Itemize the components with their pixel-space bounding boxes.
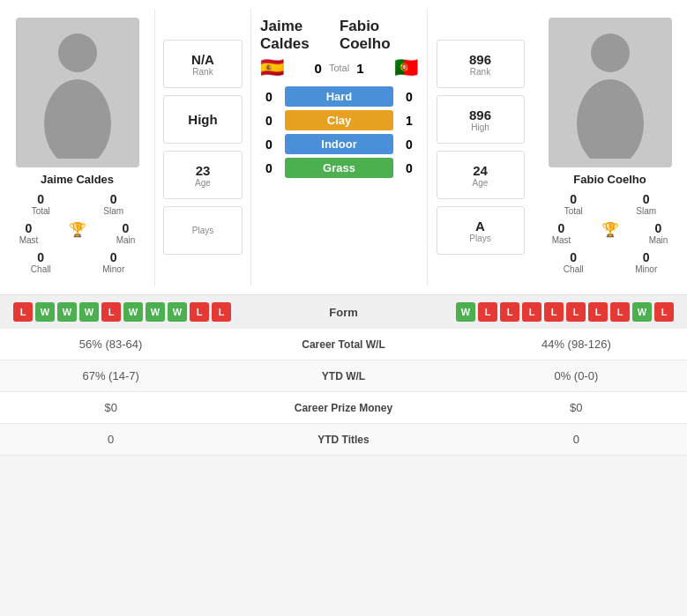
left-form-badges: LWWWLWWWLL — [13, 302, 231, 322]
indoor-left-score: 0 — [260, 137, 278, 152]
right-stat-row-3: 0 Chall 0 Minor — [537, 250, 683, 274]
total-score-area: 0 Total 1 — [315, 61, 364, 76]
right-stat-row-1: 0 Total 0 Slam — [537, 192, 683, 216]
left-stat-row-2: 0 Mast 🏆 0 Main — [4, 221, 150, 245]
left-total-score: 0 — [315, 61, 322, 76]
form-badge-l: L — [654, 302, 674, 322]
hard-button[interactable]: Hard — [285, 86, 393, 107]
left-minor-stat: 0 Minor — [93, 250, 133, 274]
surface-row-grass: 0 Grass 0 — [260, 158, 418, 178]
svg-point-0 — [58, 33, 97, 72]
grass-right-score: 0 — [400, 161, 418, 175]
form-badge-w: W — [168, 302, 187, 322]
right-minor-stat: 0 Minor — [626, 250, 666, 274]
form-badge-l: L — [544, 302, 564, 322]
right-player-name-header: Fabio Coelho — [340, 18, 418, 53]
right-stats: 896 Rank 896 High 24 Age A Plays — [427, 9, 533, 286]
form-badge-w: W — [456, 302, 475, 322]
bottom-left-val: 67% (14-7) — [0, 360, 221, 392]
right-player-stats: 0 Total 0 Slam 0 Mast 🏆 — [537, 189, 683, 277]
form-badge-w: W — [123, 302, 143, 322]
bottom-right-val: 44% (98-126) — [466, 329, 687, 360]
right-form-badges: WLLLLLLLWL — [456, 302, 674, 322]
clay-right-score: 1 — [400, 114, 418, 128]
right-player-card: Fabio Coelho 0 Total 0 Slam 0 Mast — [533, 9, 687, 286]
left-stat-row-3: 0 Chall 0 Minor — [4, 250, 150, 274]
right-player-avatar — [549, 18, 672, 167]
surface-row-clay: 0 Clay 1 — [260, 110, 418, 130]
bottom-stat-row: 0 YTD Titles 0 — [0, 424, 687, 456]
right-high-box: 896 High — [437, 95, 525, 144]
left-age-box: 23 Age — [163, 151, 243, 199]
right-rank-box: 896 Rank — [437, 40, 525, 88]
bottom-center-label: YTD Titles — [221, 424, 465, 456]
right-player-name: Fabio Coelho — [573, 173, 646, 186]
right-slam-stat: 0 Slam — [626, 192, 666, 216]
left-stat-row-1: 0 Total 0 Slam — [4, 192, 150, 216]
left-middle-stats: N/A Rank High 23 Age Plays — [154, 9, 251, 286]
left-trophy-icon: 🏆 — [57, 221, 97, 245]
right-stat-row-2: 0 Mast 🏆 0 Main — [537, 221, 683, 245]
form-badge-w: W — [146, 302, 165, 322]
right-chall-stat: 0 Chall — [554, 250, 594, 274]
hard-left-score: 0 — [260, 90, 278, 104]
bottom-center-label: Career Total W/L — [221, 329, 465, 360]
left-player-name: Jaime Caldes — [41, 173, 114, 186]
match-center: Jaime Caldes Fabio Coelho 🇪🇸 0 Total 1 🇵… — [251, 9, 427, 286]
left-player-card: Jaime Caldes 0 Total 0 Slam 0 Mast — [0, 9, 154, 286]
grass-left-score: 0 — [260, 161, 278, 175]
clay-left-score: 0 — [260, 114, 278, 128]
right-plays-box: A Plays — [437, 206, 525, 255]
top-comparison: Jaime Caldes 0 Total 0 Slam 0 Mast — [0, 0, 687, 294]
bottom-stat-row: 67% (14-7) YTD W/L 0% (0-0) — [0, 360, 687, 392]
bottom-stat-row: 56% (83-64) Career Total W/L 44% (98-126… — [0, 329, 687, 360]
right-age-box: 24 Age — [437, 151, 525, 199]
form-badge-l: L — [212, 302, 231, 322]
bottom-stat-row: $0 Career Prize Money $0 — [0, 392, 687, 424]
bottom-stats-table: 56% (83-64) Career Total W/L 44% (98-126… — [0, 329, 687, 456]
bottom-left-val: $0 — [0, 392, 221, 424]
bottom-right-val: $0 — [466, 392, 687, 424]
right-mast-stat: 0 Mast — [541, 221, 581, 245]
left-high-box: High — [163, 95, 243, 144]
surface-row-indoor: 0 Indoor 0 — [260, 134, 418, 154]
form-section: LWWWLWWWLL Form WLLLLLLLWL — [0, 294, 687, 329]
left-flag: 🇪🇸 — [260, 56, 284, 79]
svg-point-3 — [577, 79, 644, 159]
form-badge-w: W — [57, 302, 77, 322]
bottom-center-label: Career Prize Money — [221, 392, 465, 424]
form-badge-w: W — [632, 302, 652, 322]
form-badge-l: L — [478, 302, 497, 322]
grass-button[interactable]: Grass — [285, 158, 393, 178]
right-flag: 🇵🇹 — [394, 56, 418, 79]
form-badge-l: L — [101, 302, 121, 322]
left-player-stats: 0 Total 0 Slam 0 Mast 🏆 — [4, 189, 150, 277]
player-names-row: Jaime Caldes Fabio Coelho — [256, 18, 422, 53]
clay-button[interactable]: Clay — [285, 110, 393, 130]
right-total-stat: 0 Total — [554, 192, 594, 216]
bottom-left-val: 56% (83-64) — [0, 329, 221, 360]
right-main-stat: 0 Main — [638, 221, 678, 245]
svg-point-1 — [44, 79, 111, 159]
form-badge-l: L — [500, 302, 519, 322]
surface-rows: 0 Hard 0 0 Clay 1 0 Indoor 0 — [256, 86, 422, 178]
form-badge-l: L — [190, 302, 209, 322]
hard-right-score: 0 — [400, 90, 418, 104]
indoor-right-score: 0 — [400, 137, 418, 152]
form-badge-l: L — [588, 302, 608, 322]
form-label: Form — [329, 306, 358, 319]
surface-row-hard: 0 Hard 0 — [260, 86, 418, 107]
left-mast-stat: 0 Mast — [9, 221, 49, 245]
left-total-stat: 0 Total — [21, 192, 61, 216]
bottom-left-val: 0 — [0, 424, 221, 456]
form-badge-w: W — [79, 302, 99, 322]
indoor-button[interactable]: Indoor — [285, 134, 393, 154]
left-player-name-header: Jaime Caldes — [260, 18, 340, 53]
right-trophy-icon: 🏆 — [590, 221, 630, 245]
left-chall-stat: 0 Chall — [21, 250, 61, 274]
flags-score-row: 🇪🇸 0 Total 1 🇵🇹 — [256, 55, 422, 81]
svg-point-2 — [591, 33, 630, 72]
total-label: Total — [329, 63, 349, 73]
bottom-right-val: 0% (0-0) — [466, 360, 687, 392]
left-main-stat: 0 Main — [106, 221, 146, 245]
